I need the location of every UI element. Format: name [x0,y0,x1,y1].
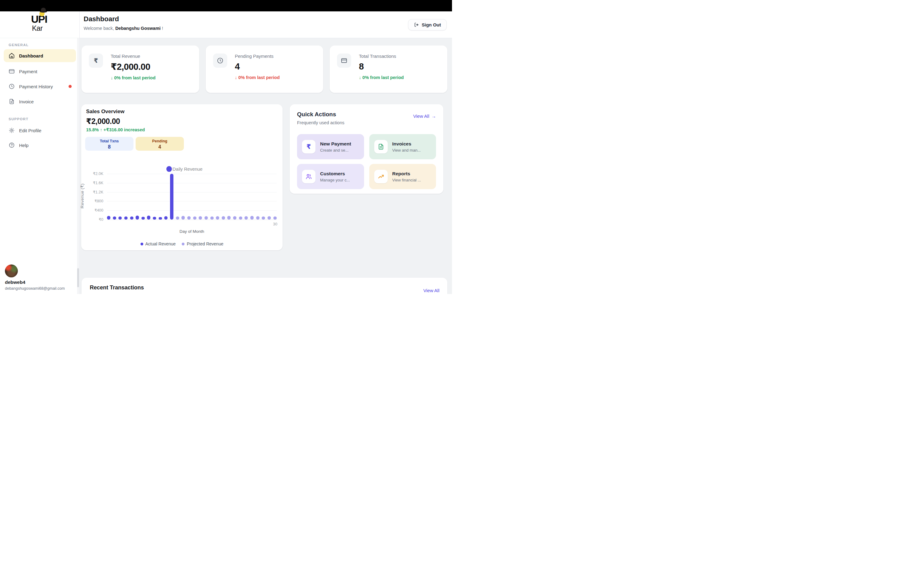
bar-day-24[interactable] [239,217,242,220]
quick-action-reports[interactable]: Reports View financial ... [369,164,436,189]
bar-day-17[interactable] [199,216,202,220]
avatar[interactable] [5,264,18,277]
stat-delta: ↓ 0% from last period [111,75,156,80]
bar-day-3[interactable] [119,217,122,220]
notification-dot [69,85,72,88]
bar-day-18[interactable] [204,216,208,220]
clock-icon [9,83,15,90]
stat-card-total-transactions: Total Transactions 8 ↓ 0% from last peri… [330,46,447,93]
sidebar-scrollbar[interactable] [77,38,79,294]
chip-total-txns: Total Txns 8 [85,137,133,151]
bar-day-27[interactable] [256,216,259,220]
welcome-user-name: Debangshu Goswami [115,26,161,31]
stat-delta: ↓ 0% from last period [359,75,404,80]
bar-day-23[interactable] [233,216,237,220]
sidebar-item-label: Dashboard [19,53,43,58]
sales-overview-panel: Sales Overview ₹2,000.00 15.8% ↑ +₹316.0… [81,104,283,250]
stat-label: Total Transactions [359,54,404,59]
bar-day-22[interactable] [227,216,231,220]
quick-action-customers[interactable]: Customers Manage your c... [297,164,364,189]
bar-series [107,174,277,220]
log-out-icon [414,22,419,27]
sidebar-item-label: Invoice [19,99,34,104]
sales-amount: ₹2,000.00 [86,117,120,126]
legend-dot-icon [182,243,185,245]
bar-day-4[interactable] [124,217,128,220]
sidebar-item-edit-profile[interactable]: Edit Profile [4,124,76,137]
recent-transactions-view-all-link[interactable]: View All [424,288,439,293]
sidebar-section-general: GENERAL [9,43,28,47]
quick-action-new-payment[interactable]: ₹ New Payment Create and se... [297,134,364,159]
quick-actions-subtitle: Frequently used actions [297,120,436,125]
main-content: ₹ Total Revenue ₹2,000.00 ↓ 0% from last… [80,38,452,294]
bar-day-25[interactable] [245,216,248,220]
rupee-icon: ₹ [302,140,316,153]
gridline [107,220,277,220]
rupee-icon: ₹ [89,54,103,68]
arrow-right-icon: → [431,114,436,119]
card-icon [337,54,351,68]
bar-day-1[interactable] [107,216,111,220]
y-tick-label: ₹2.0K [82,171,103,176]
stat-label: Pending Payments [235,54,280,59]
sidebar-item-payment-history[interactable]: Payment History [4,80,76,93]
sales-title: Sales Overview [86,109,125,115]
trending-up-icon [374,170,388,183]
bar-day-8[interactable] [147,216,150,220]
brand-subtitle: Kar [32,25,43,32]
bar-day-26[interactable] [250,216,254,220]
bar-day-29[interactable] [267,216,271,220]
bar-day-28[interactable] [262,217,265,220]
chart-series-title: Daily Revenue [172,166,202,172]
sidebar-section-support: SUPPORT [9,117,28,121]
bar-day-2[interactable] [113,217,116,220]
bar-day-14[interactable] [182,216,185,220]
bar-day-19[interactable] [210,217,214,220]
bar-day-15[interactable] [187,216,191,220]
stats-row: ₹ Total Revenue ₹2,000.00 ↓ 0% from last… [82,46,447,93]
top-black-bar [0,0,452,11]
bar-day-20[interactable] [216,216,219,220]
profile-email: debangshugoswami68@gmail.com [5,286,76,291]
page-header: Dashboard Welcome back, Debangshu Goswam… [80,11,452,38]
quick-actions-view-all-link[interactable]: View All→ [413,114,436,119]
legend-dot-icon [141,243,143,245]
chip-pending: Pending 4 [136,137,184,151]
app-window: UPI Kar GENERAL Dashboard Payment Paymen… [0,0,452,294]
brand-logo: UPI Kar [0,11,79,38]
help-icon [9,142,15,148]
bar-day-11[interactable] [164,216,168,220]
quick-actions-grid: ₹ New Payment Create and se... Invoices … [297,134,436,189]
sign-out-button[interactable]: Sign Out [408,19,447,30]
quick-action-invoices[interactable]: Invoices View and man... [369,134,436,159]
bar-day-21[interactable] [222,216,225,220]
sidebar-scrollbar-thumb[interactable] [77,268,79,287]
bar-day-13[interactable] [176,217,179,220]
bar-day-7[interactable] [141,217,145,220]
invoice-icon [374,140,388,153]
sidebar-item-label: Payment [19,69,37,74]
bar-day-12[interactable] [170,174,174,220]
bar-day-6[interactable] [136,216,139,220]
stat-value: 8 [359,62,404,72]
gear-icon [9,127,15,133]
user-profile[interactable]: debweb4 debangshugoswami68@gmail.com [5,264,76,291]
chart-plot: ₹0₹400₹800₹1.2K₹1.6K₹2.0K [107,174,277,220]
bar-day-16[interactable] [193,217,196,220]
profile-username: debweb4 [5,280,76,285]
y-tick-label: ₹0 [82,217,103,222]
sidebar-item-invoice[interactable]: Invoice [4,95,76,108]
bar-day-9[interactable] [153,217,156,220]
sidebar-item-help[interactable]: Help [4,139,76,152]
sidebar-item-dashboard[interactable]: Dashboard [4,49,76,62]
bar-day-30[interactable] [273,217,277,220]
stat-label: Total Revenue [111,54,156,59]
bar-day-10[interactable] [159,217,162,220]
x-axis-title: Day of Month [107,229,277,234]
recent-transactions-panel: Recent Transactions View All [82,278,447,294]
invoice-icon [9,98,15,104]
chart-series-legend: Daily Revenue [166,166,202,172]
y-tick-label: ₹1.2K [82,190,103,194]
bar-day-5[interactable] [130,217,133,220]
sidebar-item-payment[interactable]: Payment [4,65,76,78]
